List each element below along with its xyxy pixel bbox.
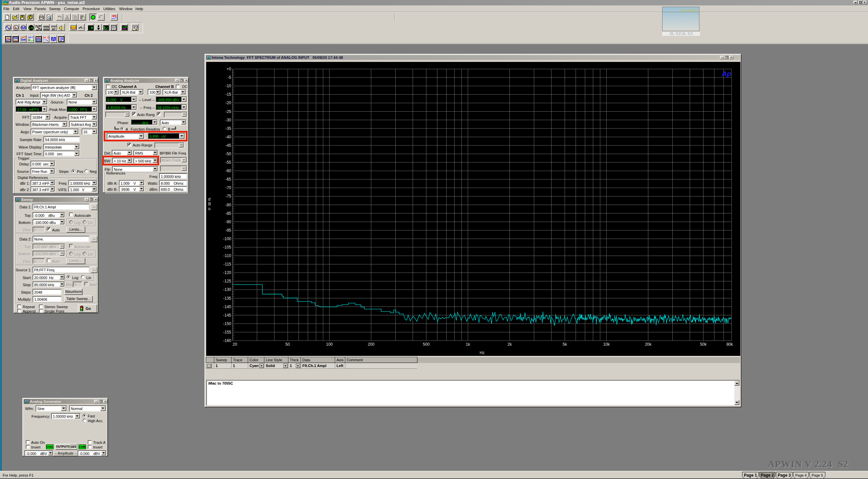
svg-text:Page 4: Page 4 (795, 473, 806, 477)
svg-text:-115: -115 (223, 262, 231, 267)
svg-text:-90: -90 (225, 220, 232, 224)
svg-text:-145: -145 (223, 313, 231, 318)
svg-text:-155: -155 (223, 330, 231, 335)
svg-text:-30: -30 (225, 118, 232, 122)
svg-text:-140: -140 (223, 304, 231, 309)
svg-text:+0: +0 (226, 67, 231, 71)
svg-text:-45: -45 (225, 143, 232, 148)
svg-text:80k: 80k (726, 342, 733, 347)
svg-text:Hz: Hz (480, 350, 485, 355)
svg-text:-80: -80 (225, 203, 232, 207)
svg-text:THD: THD (13, 37, 18, 39)
svg-text:-5: -5 (227, 75, 231, 80)
svg-text:-110: -110 (223, 253, 231, 258)
svg-text:FFT: FFT (29, 37, 34, 39)
svg-text:-50: -50 (225, 152, 232, 156)
svg-text:-160: -160 (223, 338, 231, 343)
svg-text:Page 2: Page 2 (761, 473, 774, 478)
svg-text:-95: -95 (225, 228, 232, 233)
svg-text:B: B (208, 202, 211, 206)
svg-text:20k: 20k (645, 342, 652, 347)
svg-text:d: d (208, 197, 211, 202)
svg-text:200: 200 (368, 342, 374, 347)
svg-text:-60: -60 (225, 168, 232, 173)
svg-text:-150: -150 (223, 321, 231, 326)
svg-text:-65: -65 (225, 177, 232, 182)
svg-text:20: 20 (233, 342, 237, 347)
svg-text:BIT: BIT (52, 28, 56, 30)
svg-text:-75: -75 (225, 194, 232, 199)
svg-text:-35: -35 (225, 126, 232, 131)
svg-text:-55: -55 (225, 160, 232, 165)
svg-text:-85: -85 (225, 211, 232, 216)
svg-text:1k: 1k (466, 342, 471, 347)
svg-text:SNR: SNR (21, 39, 26, 41)
svg-text:100: 100 (326, 342, 333, 347)
svg-text:-105: -105 (223, 245, 231, 250)
svg-text:u: u (208, 206, 211, 211)
svg-text:STAT: STAT (51, 25, 57, 28)
svg-text:5k: 5k (563, 342, 567, 347)
svg-text:-15: -15 (225, 92, 232, 97)
svg-text:-120: -120 (223, 270, 231, 275)
svg-text:Page 5: Page 5 (812, 473, 823, 477)
svg-text:1.99: 1.99 (29, 27, 34, 29)
svg-text:-135: -135 (223, 296, 231, 301)
svg-text:Ap: Ap (721, 70, 731, 77)
svg-text:-70: -70 (225, 185, 232, 190)
svg-text:10k: 10k (603, 342, 610, 347)
svg-text:-25: -25 (225, 109, 232, 114)
svg-text:-125: -125 (223, 279, 231, 283)
svg-text:-20: -20 (225, 100, 232, 105)
svg-text:50k: 50k (700, 342, 707, 347)
svg-text:50: 50 (285, 342, 290, 347)
svg-text:-10: -10 (225, 84, 232, 88)
svg-text:2k: 2k (507, 342, 512, 347)
svg-text:-100: -100 (223, 236, 231, 241)
svg-text:Page 1: Page 1 (744, 473, 757, 478)
svg-text:1.00: 1.00 (122, 26, 127, 28)
svg-text:MLS: MLS (44, 37, 49, 39)
svg-text:DCX: DCX (71, 26, 76, 29)
svg-text:500: 500 (423, 342, 430, 347)
svg-text:Page 3: Page 3 (778, 473, 791, 478)
svg-text:-40: -40 (225, 135, 232, 139)
svg-text:-130: -130 (223, 287, 231, 292)
